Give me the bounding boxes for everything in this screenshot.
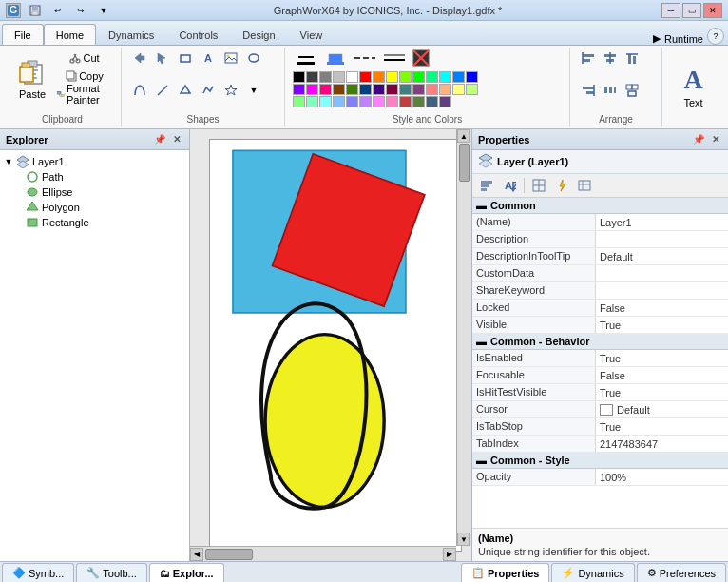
color-swatch-16[interactable] bbox=[319, 84, 332, 95]
cut-button[interactable]: Cut bbox=[56, 49, 113, 67]
explorer-close-btn[interactable]: ✕ bbox=[170, 133, 183, 146]
text-button[interactable]: A Text bbox=[673, 60, 715, 113]
prop-tab-preferences[interactable]: ⚙ Preferences bbox=[637, 563, 726, 582]
scroll-left-btn[interactable]: ◀ bbox=[190, 548, 203, 561]
color-swatch-25[interactable] bbox=[439, 84, 451, 95]
image-shape-button[interactable] bbox=[220, 49, 241, 67]
prop-val-isenabled[interactable]: True bbox=[596, 350, 728, 366]
color-swatch-0[interactable] bbox=[293, 71, 305, 83]
restore-button[interactable]: ▭ bbox=[682, 3, 701, 18]
tab-design[interactable]: Design bbox=[230, 24, 287, 45]
rect-shape-button[interactable] bbox=[175, 49, 196, 67]
color-swatch-32[interactable] bbox=[346, 96, 358, 107]
prop-val-share[interactable] bbox=[596, 282, 728, 299]
color-swatch-31[interactable] bbox=[333, 96, 345, 107]
prop-extra-btn[interactable] bbox=[574, 176, 595, 195]
tab-view[interactable]: View bbox=[288, 24, 335, 45]
color-swatch-2[interactable] bbox=[319, 71, 332, 83]
prop-val-opacity[interactable]: 100% bbox=[596, 469, 728, 485]
tree-item-rectangle[interactable]: Rectangle bbox=[13, 215, 185, 230]
bottom-tab-symb[interactable]: 🔷 Symb... bbox=[2, 563, 74, 582]
color-swatch-34[interactable] bbox=[373, 96, 385, 107]
section-behavior[interactable]: ▬ Common - Behavior bbox=[472, 334, 728, 350]
more-shapes-button[interactable]: ▼ bbox=[243, 82, 264, 99]
color-swatch-26[interactable] bbox=[452, 84, 465, 95]
tree-item-ellipse[interactable]: Ellipse bbox=[13, 184, 185, 200]
prop-val-name[interactable]: Layer1 bbox=[596, 214, 728, 230]
prop-lightning-btn[interactable] bbox=[551, 176, 572, 195]
color-swatch-7[interactable] bbox=[386, 71, 398, 83]
scroll-thumb-v[interactable] bbox=[459, 144, 470, 182]
canvas-area[interactable]: ▲ ▼ ◀ ▶ bbox=[190, 129, 471, 561]
prop-val-focusable[interactable]: False bbox=[596, 367, 728, 383]
undo-btn[interactable]: ↩ bbox=[48, 2, 68, 19]
color-swatch-35[interactable] bbox=[386, 96, 398, 107]
tab-controls[interactable]: Controls bbox=[166, 24, 230, 45]
app-icon[interactable]: G bbox=[6, 3, 21, 18]
tree-item-layer1[interactable]: ▼ Layer1 bbox=[4, 154, 185, 169]
arrow-tool-button[interactable] bbox=[129, 49, 150, 67]
line-color-btn[interactable] bbox=[293, 49, 319, 67]
tab-file[interactable]: File bbox=[2, 24, 44, 45]
color-swatch-15[interactable] bbox=[306, 84, 318, 95]
dash-style-btn[interactable] bbox=[352, 49, 378, 67]
text-shape-button[interactable]: A bbox=[198, 49, 219, 67]
color-swatch-24[interactable] bbox=[426, 84, 438, 95]
distribute-h-btn[interactable] bbox=[600, 82, 621, 99]
canvas-scrollbar-horizontal[interactable]: ◀ ▶ bbox=[190, 546, 456, 561]
align-right-btn[interactable] bbox=[578, 82, 599, 99]
align-center-btn[interactable] bbox=[600, 49, 621, 67]
cross-btn[interactable] bbox=[411, 49, 431, 67]
color-swatch-11[interactable] bbox=[439, 71, 451, 83]
canvas-svg[interactable] bbox=[210, 140, 461, 551]
prop-val-locked[interactable]: False bbox=[596, 300, 728, 316]
color-swatch-5[interactable] bbox=[359, 71, 372, 83]
help-button[interactable]: ? bbox=[707, 28, 724, 45]
color-swatch-1[interactable] bbox=[306, 71, 318, 83]
tab-home[interactable]: Home bbox=[44, 24, 96, 45]
scroll-right-btn[interactable]: ▶ bbox=[443, 548, 456, 561]
color-swatch-22[interactable] bbox=[399, 84, 412, 95]
color-swatch-28[interactable] bbox=[293, 96, 305, 107]
canvas-inner[interactable] bbox=[209, 139, 462, 552]
expand-icon[interactable]: ▼ bbox=[4, 157, 13, 166]
section-style[interactable]: ▬ Common - Style bbox=[472, 453, 728, 469]
prop-val-customdata[interactable] bbox=[596, 265, 728, 281]
runtime-button[interactable]: ▶ Runtime bbox=[653, 32, 703, 45]
prop-val-visible[interactable]: True bbox=[596, 317, 728, 333]
ellipse-shape-button[interactable] bbox=[243, 49, 264, 67]
polyline-shape-button[interactable] bbox=[198, 82, 219, 99]
color-swatch-29[interactable] bbox=[306, 96, 318, 107]
tree-item-path[interactable]: Path bbox=[13, 169, 185, 184]
color-swatch-19[interactable] bbox=[359, 84, 372, 95]
color-swatch-30[interactable] bbox=[319, 96, 332, 107]
color-swatch-27[interactable] bbox=[466, 84, 478, 95]
color-swatch-6[interactable] bbox=[373, 71, 385, 83]
close-button[interactable]: ✕ bbox=[703, 3, 722, 18]
prop-val-desc[interactable] bbox=[596, 231, 728, 247]
tree-item-polygon[interactable]: Polygon bbox=[13, 200, 185, 215]
color-swatch-39[interactable] bbox=[439, 96, 451, 107]
properties-pin-btn[interactable]: 📌 bbox=[692, 133, 705, 146]
properties-close-btn[interactable]: ✕ bbox=[709, 133, 722, 146]
path-shape-button[interactable] bbox=[129, 82, 150, 99]
color-swatch-13[interactable] bbox=[466, 71, 478, 83]
color-swatch-20[interactable] bbox=[373, 84, 385, 95]
color-swatch-10[interactable] bbox=[426, 71, 438, 83]
color-swatch-17[interactable] bbox=[333, 84, 345, 95]
group-btn[interactable] bbox=[622, 82, 642, 99]
color-swatch-36[interactable] bbox=[399, 96, 412, 107]
select-tool-button[interactable] bbox=[152, 49, 173, 67]
save-btn[interactable] bbox=[25, 2, 46, 19]
align-top-btn[interactable] bbox=[622, 49, 642, 67]
prop-val-tooltip[interactable]: Default bbox=[596, 248, 728, 264]
color-swatch-18[interactable] bbox=[346, 84, 358, 95]
color-swatch-38[interactable] bbox=[426, 96, 438, 107]
prop-tab-dynamics[interactable]: ⚡ Dynamics bbox=[551, 563, 634, 582]
color-swatch-21[interactable] bbox=[386, 84, 398, 95]
format-painter-button[interactable]: Format Painter bbox=[56, 86, 113, 103]
canvas-scrollbar-vertical[interactable]: ▲ ▼ bbox=[456, 129, 471, 546]
color-swatch-12[interactable] bbox=[452, 71, 465, 83]
prop-val-cursor[interactable]: Default bbox=[596, 401, 728, 417]
scroll-down-btn[interactable]: ▼ bbox=[457, 533, 470, 546]
